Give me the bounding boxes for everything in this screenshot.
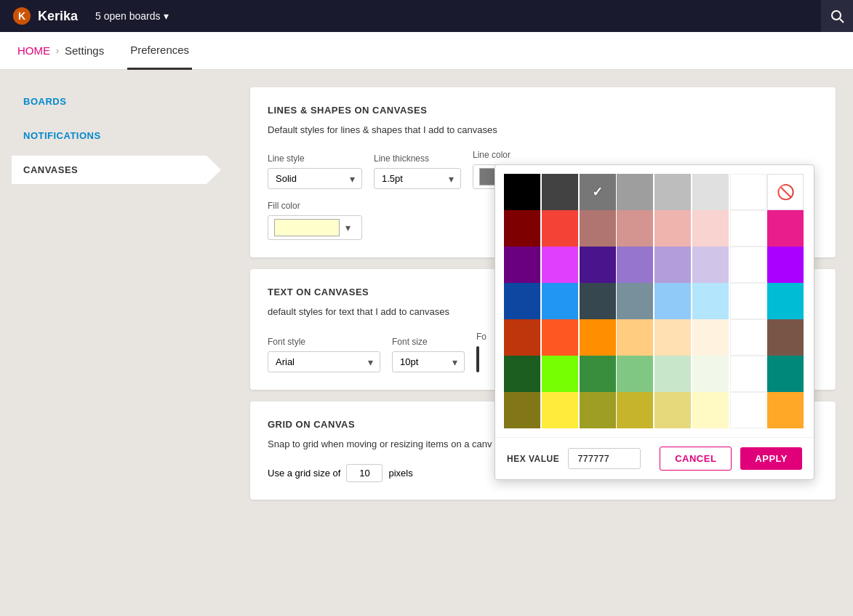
font-size-label: Font size	[392, 337, 465, 347]
color-peach[interactable]	[654, 319, 691, 356]
color-teal[interactable]	[767, 356, 804, 392]
tab-preferences[interactable]: Preferences	[127, 32, 192, 70]
color-dark-orange[interactable]	[504, 319, 540, 356]
sidebar-item-notifications[interactable]: NOTIFICATIONS	[12, 121, 221, 150]
color-none[interactable]: 🚫	[767, 174, 804, 210]
lines-shapes-subtitle: Default styles for lines & shapes that I…	[268, 124, 818, 135]
cancel-button[interactable]: CANCEL	[660, 447, 732, 471]
color-magenta[interactable]	[542, 247, 578, 283]
boards-dropdown-icon: ▾	[164, 10, 169, 22]
color-violet[interactable]	[767, 247, 804, 283]
color-pale-pink[interactable]	[692, 210, 729, 247]
color-transparent-y[interactable]	[730, 392, 766, 428]
color-deep-orange[interactable]	[542, 319, 578, 356]
color-black[interactable]	[504, 174, 540, 210]
color-light-green[interactable]	[654, 356, 691, 392]
breadcrumb-home[interactable]: HOME	[17, 44, 50, 57]
font-size-select[interactable]: 10pt 12pt 14pt	[392, 351, 465, 372]
color-transparent-o[interactable]	[730, 319, 766, 356]
line-style-select-wrapper: Solid Dashed Dotted	[268, 168, 362, 189]
color-mid-gray[interactable]	[580, 174, 616, 210]
color-gold[interactable]	[617, 392, 653, 428]
color-light-gray[interactable]	[654, 174, 691, 210]
color-amber[interactable]	[580, 319, 616, 356]
color-olive[interactable]	[580, 392, 616, 428]
color-salmon[interactable]	[617, 210, 653, 247]
sidebar-item-boards-label: BOARDS	[23, 96, 66, 107]
color-pale-green[interactable]	[692, 356, 729, 392]
hex-input[interactable]	[568, 448, 641, 469]
color-transparent-p[interactable]	[730, 247, 766, 283]
color-dusty-rose[interactable]	[580, 210, 616, 247]
color-medium-purple[interactable]	[617, 247, 653, 283]
content-area: LINES & SHAPES ON CANVASES Default style…	[233, 70, 853, 616]
color-picker-popup: 🚫	[494, 164, 814, 480]
apply-button[interactable]: APPLY	[740, 447, 802, 470]
fill-color-selector[interactable]: ▾	[268, 215, 362, 240]
color-yellow[interactable]	[542, 392, 578, 428]
search-button[interactable]	[821, 0, 853, 32]
sidebar-item-boards[interactable]: BOARDS	[12, 87, 221, 116]
color-dark-red[interactable]	[504, 210, 540, 247]
color-lighter-gray[interactable]	[692, 174, 729, 210]
grid-size-input[interactable]	[346, 464, 383, 482]
color-steel-blue[interactable]	[580, 283, 616, 319]
fill-color-group: Fill color ▾	[268, 201, 362, 240]
color-white[interactable]	[730, 174, 766, 210]
fill-color-label: Fill color	[268, 201, 362, 211]
color-brown[interactable]	[767, 319, 804, 356]
color-light-salmon[interactable]	[654, 210, 691, 247]
boards-selector[interactable]: 5 open boards ▾	[95, 10, 169, 22]
line-style-select[interactable]: Solid Dashed Dotted	[268, 168, 362, 189]
tab-bar: HOME › Settings Preferences	[0, 32, 853, 70]
line-color-label: Line color	[473, 150, 567, 160]
color-transparent-b[interactable]	[730, 283, 766, 319]
color-green[interactable]	[580, 356, 616, 392]
color-dark-purple[interactable]	[504, 247, 540, 283]
font-color-group: Fo	[476, 332, 486, 372]
color-dark-gray[interactable]	[542, 174, 578, 210]
color-dark-green[interactable]	[504, 356, 540, 392]
color-blue[interactable]	[542, 283, 578, 319]
color-gray[interactable]	[617, 174, 653, 210]
color-pale-yellow[interactable]	[692, 392, 729, 428]
color-orange[interactable]	[767, 392, 804, 428]
color-cyan[interactable]	[767, 283, 804, 319]
line-thickness-group: Line thickness 1.5pt 1pt 2pt 3pt	[374, 153, 461, 189]
color-light-yellow[interactable]	[654, 392, 691, 428]
color-slate-blue[interactable]	[617, 283, 653, 319]
header: K Kerika 5 open boards ▾	[0, 0, 853, 32]
grid-size-prefix: Use a grid size of	[268, 468, 340, 479]
color-dark-yellow[interactable]	[504, 392, 540, 428]
sidebar: BOARDS NOTIFICATIONS CANVASES	[0, 70, 233, 616]
font-style-label: Font style	[268, 337, 380, 347]
color-light-amber[interactable]	[617, 319, 653, 356]
color-transparent-g[interactable]	[730, 356, 766, 392]
color-lime[interactable]	[542, 356, 578, 392]
breadcrumb: HOME › Settings	[17, 32, 104, 69]
kerika-logo-icon: K	[12, 6, 32, 26]
color-light-purple[interactable]	[654, 247, 691, 283]
color-transparent-r[interactable]	[730, 210, 766, 247]
color-light-blue[interactable]	[654, 283, 691, 319]
fill-color-dropdown-arrow: ▾	[345, 222, 351, 233]
breadcrumb-arrow: ›	[56, 46, 59, 56]
tab-preferences-label: Preferences	[130, 44, 189, 56]
svg-text:K: K	[18, 10, 25, 22]
font-color-label: Fo	[476, 332, 486, 342]
color-red[interactable]	[542, 210, 578, 247]
font-color-swatch	[476, 346, 479, 372]
color-hot-pink[interactable]	[767, 210, 804, 247]
color-pale-purple[interactable]	[692, 247, 729, 283]
color-pale-peach[interactable]	[692, 319, 729, 356]
breadcrumb-settings: Settings	[65, 44, 104, 57]
color-deep-purple[interactable]	[580, 247, 616, 283]
color-grid: 🚫	[495, 165, 814, 437]
sidebar-item-canvases[interactable]: CANVASES	[12, 156, 221, 184]
color-medium-green[interactable]	[617, 356, 653, 392]
font-style-select[interactable]: Arial Helvetica Times New Roman	[268, 351, 380, 372]
sidebar-item-notifications-label: NOTIFICATIONS	[23, 130, 101, 141]
color-pale-blue[interactable]	[692, 283, 729, 319]
color-dark-blue[interactable]	[504, 283, 540, 319]
line-thickness-select[interactable]: 1.5pt 1pt 2pt 3pt	[374, 168, 461, 189]
